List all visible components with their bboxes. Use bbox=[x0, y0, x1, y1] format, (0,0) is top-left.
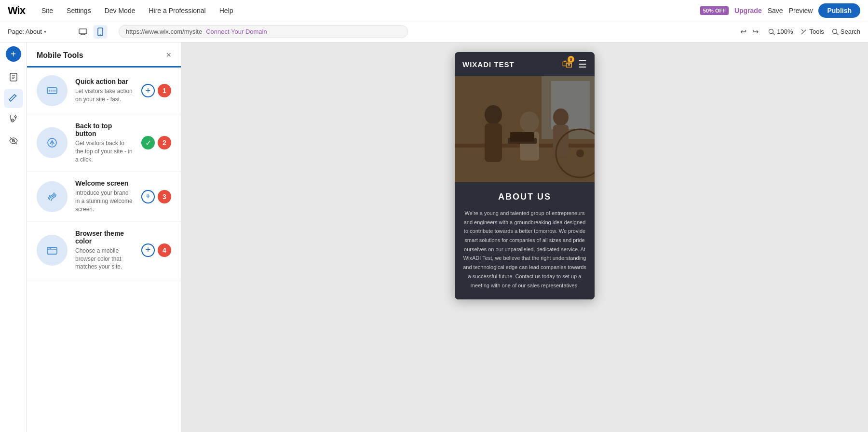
add-element-button[interactable]: + bbox=[6, 46, 21, 62]
quick-action-name: Quick action bar bbox=[75, 78, 134, 85]
back-to-top-actions: ✓ 2 bbox=[141, 136, 171, 149]
wix-logo: Wix bbox=[8, 4, 25, 17]
canvas-area: WIXADI TEST 🛍 0 ☰ bbox=[181, 42, 868, 432]
svg-point-24 bbox=[49, 195, 51, 196]
back-to-top-icon bbox=[37, 127, 68, 158]
preview-button[interactable]: Preview bbox=[789, 7, 813, 14]
50off-badge: 50% OFF bbox=[700, 6, 729, 15]
browser-theme-icon bbox=[37, 235, 68, 266]
pages-button[interactable] bbox=[4, 68, 23, 87]
menu-dev-mode[interactable]: Dev Mode bbox=[104, 5, 136, 16]
design-button[interactable] bbox=[4, 89, 23, 108]
tool-item-browser-theme: Browser theme color Choose a mobile brow… bbox=[27, 222, 181, 279]
tool-item-quick-action: Quick action bar Let visitors take actio… bbox=[27, 68, 181, 114]
tools-label: Tools bbox=[809, 28, 824, 35]
top-bar-right: 50% OFF Upgrade Save Preview Publish bbox=[700, 3, 860, 18]
second-bar: Page: About ▾ https://www.wix.com/mysite… bbox=[0, 21, 868, 42]
tools-button[interactable]: Tools bbox=[800, 28, 824, 35]
url-bar[interactable]: https://www.wix.com/mysite Connect Your … bbox=[119, 25, 408, 38]
about-text: We're a young and talented group of entr… bbox=[462, 209, 587, 290]
quick-action-desc: Let visitors take action on your site - … bbox=[75, 87, 134, 104]
quick-action-add-button[interactable]: + bbox=[141, 84, 155, 97]
back-to-top-desc: Get visitors back to the top of your sit… bbox=[75, 139, 134, 163]
mobile-hero-image bbox=[455, 76, 595, 182]
svg-rect-17 bbox=[47, 88, 57, 94]
svg-rect-0 bbox=[79, 29, 87, 34]
mobile-content-area: ABOUT US We're a young and talented grou… bbox=[455, 182, 595, 299]
browser-theme-step-badge: 4 bbox=[158, 243, 171, 257]
search-button[interactable]: Search bbox=[832, 28, 860, 35]
redo-button[interactable]: ↪ bbox=[750, 25, 760, 38]
icon-sidebar: + bbox=[0, 42, 27, 432]
welcome-screen-info: Welcome screen Introduce your brand in a… bbox=[75, 179, 134, 213]
welcome-screen-icon bbox=[37, 181, 68, 212]
hero-image-simulation bbox=[455, 76, 595, 182]
panel-title: Mobile Tools bbox=[37, 51, 83, 60]
quick-action-actions: + 1 bbox=[141, 84, 171, 97]
wrench-button[interactable] bbox=[4, 110, 23, 129]
quick-action-info: Quick action bar Let visitors take actio… bbox=[75, 78, 134, 104]
svg-line-16 bbox=[10, 137, 17, 144]
header-icons: 🛍 0 ☰ bbox=[562, 58, 587, 70]
tool-item-welcome-screen: Welcome screen Introduce your brand in a… bbox=[27, 172, 181, 221]
menu-site[interactable]: Site bbox=[41, 5, 54, 16]
browser-theme-add-button[interactable]: + bbox=[141, 243, 155, 257]
search-label: Search bbox=[841, 28, 860, 35]
svg-point-5 bbox=[100, 34, 101, 35]
upgrade-link[interactable]: Upgrade bbox=[734, 7, 762, 14]
back-to-top-check-icon: ✓ bbox=[141, 136, 155, 149]
svg-line-9 bbox=[836, 33, 838, 35]
panel-header: Mobile Tools × bbox=[27, 42, 181, 68]
browser-theme-name: Browser theme color bbox=[75, 230, 134, 245]
svg-line-7 bbox=[773, 33, 775, 35]
welcome-screen-actions: + 3 bbox=[141, 190, 171, 203]
menu-help[interactable]: Help bbox=[218, 5, 234, 16]
browser-theme-actions: + 4 bbox=[141, 243, 171, 257]
svg-point-27 bbox=[49, 248, 50, 249]
mobile-view-button[interactable] bbox=[94, 25, 107, 39]
page-name: Page: About bbox=[8, 28, 42, 35]
menu-settings[interactable]: Settings bbox=[66, 5, 92, 16]
mobile-tools-panel: Mobile Tools × Quick action bar Let visi… bbox=[27, 42, 181, 432]
welcome-screen-name: Welcome screen bbox=[75, 179, 134, 187]
cart-icon-wrapper: 🛍 0 bbox=[562, 58, 572, 70]
chevron-down-icon: ▾ bbox=[44, 29, 46, 34]
quick-action-step-badge: 1 bbox=[158, 84, 171, 97]
welcome-screen-add-button[interactable]: + bbox=[141, 190, 155, 203]
connect-domain-link[interactable]: Connect Your Domain bbox=[206, 28, 267, 35]
browser-theme-info: Browser theme color Choose a mobile brow… bbox=[75, 230, 134, 271]
welcome-screen-step-badge: 3 bbox=[158, 190, 171, 203]
mobile-preview-header: WIXADI TEST 🛍 0 ☰ bbox=[455, 52, 595, 76]
about-title: ABOUT US bbox=[462, 192, 587, 202]
save-button[interactable]: Save bbox=[768, 7, 783, 14]
eye-button[interactable] bbox=[4, 131, 23, 150]
back-to-top-step-badge: 2 bbox=[158, 136, 171, 149]
url-text: https://www.wix.com/mysite bbox=[126, 28, 202, 35]
svg-point-28 bbox=[50, 248, 51, 249]
close-panel-button[interactable]: × bbox=[166, 50, 171, 60]
cart-badge: 0 bbox=[568, 56, 574, 63]
site-logo-text: WIXADI TEST bbox=[462, 60, 515, 68]
back-to-top-name: Back to top button bbox=[75, 122, 134, 137]
zoom-level: 100% bbox=[777, 28, 793, 35]
desktop-view-button[interactable] bbox=[76, 25, 90, 39]
zoom-indicator[interactable]: 100% bbox=[768, 28, 793, 35]
svg-rect-43 bbox=[455, 76, 595, 182]
mobile-preview: WIXADI TEST 🛍 0 ☰ bbox=[455, 52, 595, 299]
undo-button[interactable]: ↩ bbox=[738, 25, 748, 38]
page-selector[interactable]: Page: About ▾ bbox=[8, 28, 70, 35]
browser-theme-desc: Choose a mobile browser color that match… bbox=[75, 247, 134, 271]
view-icons bbox=[76, 25, 107, 39]
menu-hire-professional[interactable]: Hire a Professional bbox=[148, 5, 206, 16]
back-to-top-info: Back to top button Get visitors back to … bbox=[75, 122, 134, 163]
quick-action-icon bbox=[37, 75, 68, 106]
welcome-screen-desc: Introduce your brand in a stunning welco… bbox=[75, 189, 134, 213]
top-menu-bar: Wix Site Settings Dev Mode Hire a Profes… bbox=[0, 0, 868, 21]
main-layout: + Mobile Tools × Quick action bar Let vi… bbox=[0, 42, 868, 432]
publish-button[interactable]: Publish bbox=[818, 3, 860, 18]
second-bar-right: ↩ ↪ 100% Tools Search bbox=[738, 25, 860, 38]
hamburger-icon: ☰ bbox=[578, 58, 587, 70]
tool-item-back-to-top: Back to top button Get visitors back to … bbox=[27, 114, 181, 172]
undo-redo: ↩ ↪ bbox=[738, 25, 760, 38]
